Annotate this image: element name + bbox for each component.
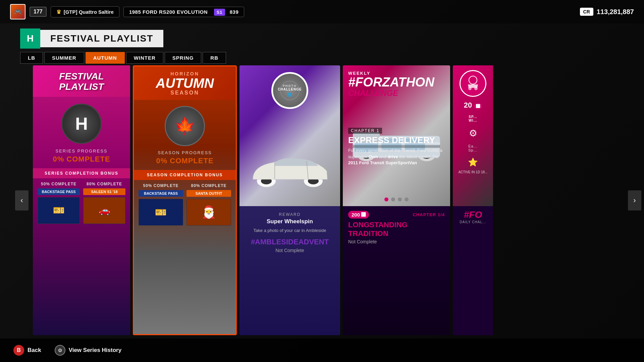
chapter-title: EXPRESS DELIVERY [348,135,445,145]
autumn-bonus-80-label: SANTA OUTFIT [186,190,231,197]
saleen-car-icon: 🚗 [99,205,110,216]
chapter-label: CHAPTER 1 [348,128,382,134]
dot-1 [384,197,388,201]
festival-label-line2: PLAYLIST [40,82,123,92]
history-circle-icon: ⊙ [55,345,65,356]
festival-bonus-50-label: BACKSTAGE PASS [38,188,80,195]
partial-fp-info: 20 🅿 [456,101,490,110]
tab-autumn[interactable]: AUTUMN [86,52,125,64]
right-arrow-area: › [628,190,641,210]
photo-challenge-status: Not Complete [275,248,304,253]
tab-rb[interactable]: RB [203,52,226,64]
festival-bonus-80-img: 🚗 [83,197,125,224]
autumn-bonus-80-pct: 80% COMPLETE [191,183,226,188]
partial-active: ACTIVE IN 1D 18... [456,170,490,174]
autumn-card-header: HORIZON AUTUMN SEASON [134,66,236,100]
history-label: View Series History [69,347,122,354]
festival-progress-pct: 0% COMPLETE [53,155,110,164]
left-arrow-area: ‹ [13,65,30,335]
tab-lb[interactable]: LB [20,52,43,64]
dot-2 [391,197,395,201]
photo-car-silhouette [246,146,333,193]
svg-point-19 [468,87,472,90]
tabs: LB SUMMER AUTUMN WINTER SPRING RB [20,52,226,64]
festival-bonus-80: 80% COMPLETE SALEEN S1 '18 🚗 [83,182,125,224]
autumn-bonus-50: 50% COMPLETE BACKSTAGE PASS 🎫 [139,183,183,226]
photo-card-top: PHOTO CHALLENGE 🌐 [239,65,340,206]
car-pi: 839 [230,9,239,15]
fp-icon: 🅿 [361,212,366,217]
svg-point-0 [280,81,299,100]
cards-container: FESTIVAL PLAYLIST H SERIES PROGRESS 0% C… [33,65,644,335]
autumn-season-label: SEASON [141,90,229,96]
back-b-icon: B [13,345,24,356]
partial-icon-circle [460,70,486,97]
partial-fp-amount: 20 [464,101,472,109]
tab-spring[interactable]: SPRING [165,52,202,64]
festival-bonus-80-label: SALEEN S1 '18 [83,188,125,195]
autumn-title: AUTUMN [141,76,229,90]
car-info: 1985 FORD RS200 EVOLUTION S1 839 [123,7,244,17]
autumn-bonus-50-label: BACKSTAGE PASS [139,190,183,197]
playlist-h-icon: H [20,28,40,49]
autumn-bonus-50-img: 🎫 [139,199,183,226]
partial-top: 20 🅿 SP...WI... ⚙ Ea...Sp... ⭐ ACTIVE IN… [453,65,493,206]
forzathon-hash: #FORZATHON [348,76,445,88]
tab-winter[interactable]: WINTER [126,52,163,64]
svg-point-18 [469,76,477,84]
autumn-bonus-items: 50% COMPLETE BACKSTAGE PASS 🎫 80% COMPLE… [134,183,236,226]
autumn-bonus-80-img: 🎅 [186,199,231,226]
back-button[interactable]: B Back [13,345,41,356]
partial-ea-area: Ea...Sp... [456,144,490,152]
festival-card-header: FESTIVAL PLAYLIST [33,65,130,97]
chapter-tag: CHAPTER 1/4 [413,212,445,217]
festival-circle-icon: H [75,114,88,134]
festival-bonus-80-pct: 80% COMPLETE [87,182,122,186]
progress-dots [384,197,409,201]
partial-sp-label: SP...WI... [456,115,490,122]
leaf-icon: 🍁 [174,116,195,136]
playlist-header: H FESTIVAL PLAYLIST [20,28,163,49]
car-class: S1 [214,9,225,16]
partial-ea: Ea...Sp... [456,144,490,152]
svg-point-20 [474,87,478,90]
partial-fp-badge: 🅿 [474,103,482,109]
porsche-svg [246,149,333,189]
chapter-desc-text2: the latest model, the [399,154,439,159]
forzathon-card[interactable]: WEEKLY #FORZATHON CHALLENGE [343,65,450,335]
left-arrow-button[interactable]: ‹ [15,190,29,210]
partial-gear-area: ⚙ [456,128,490,139]
playlist-title: FESTIVAL PLAYLIST [50,33,153,44]
gear-icon: ⚙ [456,128,490,139]
autumn-season-card[interactable]: HORIZON AUTUMN SEASON 🍁 SEASON PROGRESS … [133,65,237,335]
photo-challenge-card[interactable]: PHOTO CHALLENGE 🌐 [239,65,340,335]
player-level: 177 [30,7,47,17]
partial-fo-text: #FO [456,209,490,220]
partial-card[interactable]: 20 🅿 SP...WI... ⚙ Ea...Sp... ⭐ ACTIVE IN… [453,65,493,335]
reward-value: Super Wheelspin [267,218,313,225]
festival-bonus-50-img: 🎫 [38,197,80,224]
festival-bonus-50: 50% COMPLETE BACKSTAGE PASS 🎫 [38,182,80,224]
partial-daily-label: DAILY CHAL... [456,220,490,224]
playlist-title-box: FESTIVAL PLAYLIST [40,30,163,47]
forzathon-challenge-word: CHALLENGE [348,88,445,98]
autumn-bonus-80: 80% COMPLETE SANTA OUTFIT 🎅 [186,183,231,226]
festival-playlist-card[interactable]: FESTIVAL PLAYLIST H SERIES PROGRESS 0% C… [33,65,130,335]
photo-card-bottom: REWARD Super Wheelspin Take a photo of y… [239,206,340,335]
chapter-desc-own: Own [369,154,378,159]
view-history-button[interactable]: ⊙ View Series History [55,345,122,356]
festival-label-line1: FESTIVAL [40,71,123,82]
dot-4 [405,197,409,201]
santa-icon: 🎅 [201,205,216,219]
autumn-circle: 🍁 [165,106,205,146]
player-avatar: 🎮 [10,4,25,19]
player-tag: [GTP] Quattro Saltire [64,9,114,15]
festival-progress-label: SERIES PROGRESS [56,148,108,154]
right-arrow-button[interactable]: › [628,190,641,210]
tab-summer[interactable]: SUMMER [44,52,84,64]
forzathon-top: WEEKLY #FORZATHON CHALLENGE [343,65,450,206]
partial-car-icon [465,75,481,92]
chapter-desc: For every generation of the Transit, For… [348,147,445,166]
photo-challenge-badge: PHOTO CHALLENGE 🌐 [271,72,308,109]
festival-label: FESTIVAL PLAYLIST [40,71,123,92]
